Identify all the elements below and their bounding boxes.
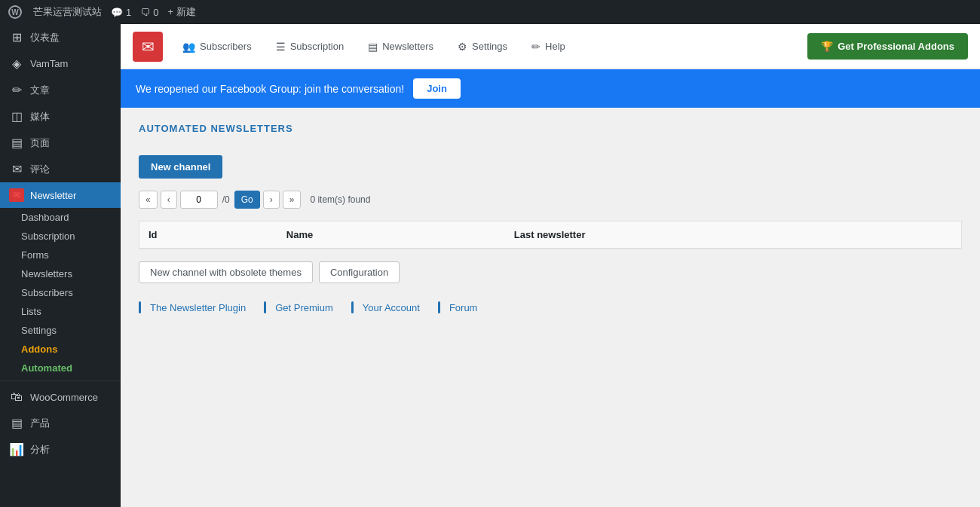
pagination-row: « ‹ /0 Go › » 0 item(s) found	[139, 191, 962, 209]
pagination-first-button[interactable]: «	[139, 191, 158, 209]
footer-link-forum[interactable]: Forum	[438, 301, 487, 313]
topbar-nav-settings[interactable]: ⚙ Settings	[447, 35, 518, 59]
addons-btn-icon: 🏆	[821, 41, 833, 52]
comments2-bar-item[interactable]: 🗨 0	[140, 7, 158, 18]
subscribers-nav-icon: 👥	[182, 41, 195, 53]
sidebar: ⊞ 仪表盘 ◈ VamTam ✏ 文章 ◫ 媒体 ▤ 页面 ✉ 评论 ✉ New…	[0, 24, 121, 507]
table-col-id: Id	[139, 221, 277, 249]
new-channel-obsolete-button[interactable]: New channel with obsolete themes	[139, 261, 313, 283]
get-addons-button[interactable]: 🏆 Get Professional Addons	[807, 33, 968, 60]
vamtam-icon: ◈	[9, 57, 24, 71]
table-header: Id Name Last newsletter	[139, 221, 962, 249]
sidebar-item-analytics[interactable]: 📊 分析	[0, 436, 121, 463]
sidebar-item-vamtam[interactable]: ◈ VamTam	[0, 50, 121, 77]
sidebar-sub-subscribers[interactable]: Subscribers	[0, 283, 121, 302]
sidebar-sub-automated[interactable]: Automated	[0, 359, 121, 377]
dashboard-icon: ⊞	[9, 30, 24, 44]
settings-nav-icon: ⚙	[458, 41, 467, 53]
sidebar-sub-settings[interactable]: Settings	[0, 321, 121, 340]
topbar-nav-newsletters[interactable]: ▤ Newsletters	[357, 35, 444, 59]
wp-icon: W	[8, 5, 22, 19]
topbar-nav-subscribers-label: Subscribers	[200, 41, 252, 52]
topbar-nav-help[interactable]: ✏ Help	[521, 35, 576, 59]
sidebar-item-pages-label: 页面	[30, 136, 112, 150]
items-found-count: 0 item(s) found	[310, 194, 370, 205]
sidebar-item-posts[interactable]: ✏ 文章	[0, 77, 121, 103]
topbar-nav-newsletters-label: Newsletters	[382, 41, 433, 52]
sidebar-sub-lists[interactable]: Lists	[0, 302, 121, 321]
media-icon: ◫	[9, 109, 24, 124]
page-content: AUTOMATED NEWSLETTERS New channel « ‹ /0…	[121, 108, 980, 507]
comment-icon: 💬	[111, 7, 123, 18]
footer-link-your-account[interactable]: Your Account	[351, 301, 429, 313]
topbar-nav-help-label: Help	[545, 41, 565, 52]
pages-icon: ▤	[9, 136, 24, 150]
topbar-nav-subscribers[interactable]: 👥 Subscribers	[172, 35, 262, 59]
footer-links: The Newsletter Plugin Get Premium Your A…	[139, 301, 962, 313]
sidebar-sub-newsletters[interactable]: Newsletters	[0, 264, 121, 283]
topbar-nav-subscription[interactable]: ☰ Subscription	[265, 35, 355, 59]
pagination-go-button[interactable]: Go	[234, 191, 260, 209]
sidebar-item-products[interactable]: ▤ 产品	[0, 410, 121, 436]
plugin-logo: ✉	[133, 32, 163, 62]
channels-table: Id Name Last newsletter	[139, 221, 962, 249]
configuration-button[interactable]: Configuration	[319, 261, 400, 283]
sidebar-item-posts-label: 文章	[30, 84, 112, 97]
plugin-logo-icon: ✉	[142, 38, 155, 56]
wordpress-logo[interactable]: W	[6, 3, 24, 21]
comments-count: 1	[126, 7, 131, 18]
addons-btn-label: Get Professional Addons	[838, 41, 954, 52]
subscription-nav-icon: ☰	[276, 41, 286, 53]
wp-layout: ⊞ 仪表盘 ◈ VamTam ✏ 文章 ◫ 媒体 ▤ 页面 ✉ 评论 ✉ New…	[0, 24, 980, 507]
analytics-icon: 📊	[9, 442, 24, 457]
sidebar-item-newsletter[interactable]: ✉ Newsletter	[0, 182, 121, 208]
topbar-nav-settings-label: Settings	[472, 41, 507, 52]
topbar-nav-subscription-label: Subscription	[290, 41, 345, 52]
sidebar-item-comments[interactable]: ✉ 评论	[0, 156, 121, 182]
table-col-last-newsletter: Last newsletter	[505, 221, 962, 249]
comments-bar-item[interactable]: 💬 1	[111, 7, 131, 18]
site-name-bar-item[interactable]: 芒果运营测试站	[33, 5, 102, 19]
sidebar-sub-subscription[interactable]: Subscription	[0, 227, 121, 246]
sidebar-item-media-label: 媒体	[30, 110, 112, 124]
pagination-next-button[interactable]: ›	[263, 191, 280, 209]
plugin-topbar: ✉ 👥 Subscribers ☰ Subscription ▤ Newslet…	[121, 24, 980, 69]
woocommerce-icon: 🛍	[9, 390, 24, 404]
pagination-prev-button[interactable]: ‹	[161, 191, 177, 209]
sidebar-item-dashboard[interactable]: ⊞ 仪表盘	[0, 24, 121, 50]
sidebar-item-newsletter-label: Newsletter	[30, 190, 112, 201]
sidebar-item-pages[interactable]: ▤ 页面	[0, 130, 121, 156]
newsletter-icon: ✉	[9, 188, 24, 202]
table-col-name: Name	[277, 221, 505, 249]
sidebar-divider-1	[0, 380, 121, 381]
pagination-page-input[interactable]	[180, 191, 218, 209]
sidebar-sub-dashboard[interactable]: Dashboard	[0, 208, 121, 227]
site-name: 芒果运营测试站	[33, 5, 102, 19]
new-channel-button[interactable]: New channel	[139, 155, 222, 179]
bottom-buttons: New channel with obsolete themes Configu…	[139, 261, 962, 283]
join-button[interactable]: Join	[413, 78, 461, 99]
sidebar-item-comments-label: 评论	[30, 163, 112, 176]
sidebar-item-media[interactable]: ◫ 媒体	[0, 103, 121, 130]
sidebar-item-woocommerce[interactable]: 🛍 WooCommerce	[0, 384, 121, 410]
fb-banner-text: We reopened our Facebook Group: join the…	[136, 83, 404, 95]
new-content-bar-item[interactable]: + 新建	[167, 5, 195, 19]
sidebar-sub-forms[interactable]: Forms	[0, 246, 121, 264]
footer-link-get-premium[interactable]: Get Premium	[264, 301, 342, 313]
sidebar-item-woocommerce-label: WooCommerce	[30, 392, 112, 403]
admin-bar: W 芒果运营测试站 💬 1 🗨 0 + 新建	[0, 0, 980, 24]
facebook-banner: We reopened our Facebook Group: join the…	[121, 69, 980, 108]
sidebar-item-products-label: 产品	[30, 417, 112, 430]
pagination-last-button[interactable]: »	[283, 191, 302, 209]
sidebar-sub-addons[interactable]: Addons	[0, 340, 121, 359]
table-header-row: Id Name Last newsletter	[139, 221, 962, 249]
products-icon: ▤	[9, 416, 24, 430]
posts-icon: ✏	[9, 83, 24, 97]
comments-count2: 0	[153, 7, 158, 18]
main-content-area: ✉ 👥 Subscribers ☰ Subscription ▤ Newslet…	[121, 24, 980, 507]
comment2-icon: 🗨	[140, 7, 150, 18]
pagination-separator: /0	[221, 194, 231, 205]
sidebar-item-dashboard-label: 仪表盘	[30, 31, 112, 44]
footer-link-newsletter-plugin[interactable]: The Newsletter Plugin	[139, 301, 255, 313]
comments-icon: ✉	[9, 162, 24, 176]
